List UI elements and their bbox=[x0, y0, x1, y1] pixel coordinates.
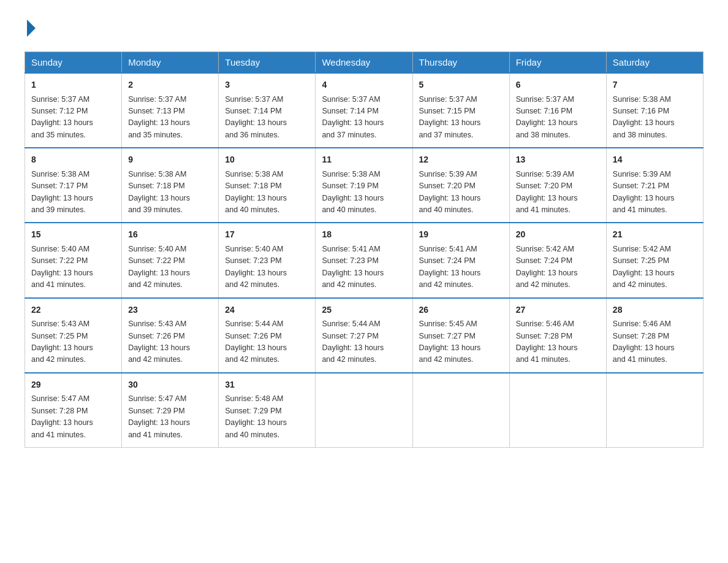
calendar-cell: 26 Sunrise: 5:45 AMSunset: 7:27 PMDaylig… bbox=[412, 298, 509, 373]
calendar-cell: 24 Sunrise: 5:44 AMSunset: 7:26 PMDaylig… bbox=[219, 298, 316, 373]
header-saturday: Saturday bbox=[606, 52, 703, 74]
calendar-cell bbox=[412, 373, 509, 448]
calendar-cell: 15 Sunrise: 5:40 AMSunset: 7:22 PMDaylig… bbox=[25, 223, 122, 297]
week-row-1: 1 Sunrise: 5:37 AMSunset: 7:12 PMDayligh… bbox=[25, 73, 703, 148]
calendar-cell: 17 Sunrise: 5:40 AMSunset: 7:23 PMDaylig… bbox=[219, 223, 316, 297]
day-number: 1 bbox=[31, 79, 115, 92]
day-info: Sunrise: 5:39 AMSunset: 7:20 PMDaylight:… bbox=[419, 170, 481, 214]
day-number: 24 bbox=[225, 304, 309, 317]
day-number: 8 bbox=[31, 153, 115, 167]
calendar-cell: 5 Sunrise: 5:37 AMSunset: 7:15 PMDayligh… bbox=[412, 73, 509, 148]
day-info: Sunrise: 5:37 AMSunset: 7:14 PMDaylight:… bbox=[225, 95, 287, 139]
calendar-cell: 4 Sunrise: 5:37 AMSunset: 7:14 PMDayligh… bbox=[316, 73, 412, 148]
day-number: 26 bbox=[419, 304, 503, 317]
day-info: Sunrise: 5:40 AMSunset: 7:22 PMDaylight:… bbox=[128, 245, 190, 289]
day-number: 21 bbox=[613, 228, 697, 242]
week-row-5: 29 Sunrise: 5:47 AMSunset: 7:28 PMDaylig… bbox=[25, 373, 703, 448]
calendar-table: SundayMondayTuesdayWednesdayThursdayFrid… bbox=[25, 52, 703, 448]
day-info: Sunrise: 5:47 AMSunset: 7:29 PMDaylight:… bbox=[128, 394, 190, 439]
day-info: Sunrise: 5:42 AMSunset: 7:25 PMDaylight:… bbox=[613, 245, 675, 289]
day-number: 29 bbox=[31, 378, 115, 392]
calendar-cell: 23 Sunrise: 5:43 AMSunset: 7:26 PMDaylig… bbox=[122, 298, 219, 373]
calendar-cell: 27 Sunrise: 5:46 AMSunset: 7:28 PMDaylig… bbox=[509, 298, 606, 373]
day-info: Sunrise: 5:48 AMSunset: 7:29 PMDaylight:… bbox=[225, 394, 287, 439]
calendar-cell: 16 Sunrise: 5:40 AMSunset: 7:22 PMDaylig… bbox=[122, 223, 219, 297]
calendar-cell: 12 Sunrise: 5:39 AMSunset: 7:20 PMDaylig… bbox=[412, 148, 509, 223]
day-number: 17 bbox=[225, 228, 309, 242]
day-number: 25 bbox=[322, 304, 406, 317]
day-number: 20 bbox=[516, 228, 600, 242]
calendar-cell: 19 Sunrise: 5:41 AMSunset: 7:24 PMDaylig… bbox=[412, 223, 509, 297]
day-number: 19 bbox=[419, 228, 503, 242]
day-number: 22 bbox=[31, 304, 115, 317]
day-number: 15 bbox=[31, 228, 115, 242]
day-info: Sunrise: 5:37 AMSunset: 7:13 PMDaylight:… bbox=[128, 95, 190, 139]
week-row-2: 8 Sunrise: 5:38 AMSunset: 7:17 PMDayligh… bbox=[25, 148, 703, 223]
day-number: 4 bbox=[322, 79, 406, 92]
day-number: 14 bbox=[613, 153, 697, 167]
calendar-cell: 28 Sunrise: 5:46 AMSunset: 7:28 PMDaylig… bbox=[606, 298, 703, 373]
calendar-cell: 13 Sunrise: 5:39 AMSunset: 7:20 PMDaylig… bbox=[509, 148, 606, 223]
day-info: Sunrise: 5:43 AMSunset: 7:25 PMDaylight:… bbox=[31, 320, 93, 364]
day-info: Sunrise: 5:46 AMSunset: 7:28 PMDaylight:… bbox=[613, 320, 675, 364]
day-info: Sunrise: 5:37 AMSunset: 7:15 PMDaylight:… bbox=[419, 95, 481, 139]
day-info: Sunrise: 5:43 AMSunset: 7:26 PMDaylight:… bbox=[128, 320, 190, 364]
day-info: Sunrise: 5:44 AMSunset: 7:27 PMDaylight:… bbox=[322, 320, 384, 364]
day-info: Sunrise: 5:40 AMSunset: 7:23 PMDaylight:… bbox=[225, 245, 287, 289]
day-info: Sunrise: 5:38 AMSunset: 7:17 PMDaylight:… bbox=[31, 170, 93, 214]
day-info: Sunrise: 5:45 AMSunset: 7:27 PMDaylight:… bbox=[419, 320, 481, 364]
calendar-header-row: SundayMondayTuesdayWednesdayThursdayFrid… bbox=[25, 52, 703, 74]
day-number: 12 bbox=[419, 153, 503, 167]
day-info: Sunrise: 5:37 AMSunset: 7:14 PMDaylight:… bbox=[322, 95, 384, 139]
week-row-4: 22 Sunrise: 5:43 AMSunset: 7:25 PMDaylig… bbox=[25, 298, 703, 373]
day-number: 10 bbox=[225, 153, 309, 167]
calendar-cell: 2 Sunrise: 5:37 AMSunset: 7:13 PMDayligh… bbox=[122, 73, 219, 148]
calendar-cell: 18 Sunrise: 5:41 AMSunset: 7:23 PMDaylig… bbox=[316, 223, 412, 297]
calendar-cell: 22 Sunrise: 5:43 AMSunset: 7:25 PMDaylig… bbox=[25, 298, 122, 373]
day-info: Sunrise: 5:37 AMSunset: 7:16 PMDaylight:… bbox=[516, 95, 578, 139]
calendar-cell bbox=[606, 373, 703, 448]
calendar-cell: 11 Sunrise: 5:38 AMSunset: 7:19 PMDaylig… bbox=[316, 148, 412, 223]
calendar-cell: 29 Sunrise: 5:47 AMSunset: 7:28 PMDaylig… bbox=[25, 373, 122, 448]
day-info: Sunrise: 5:37 AMSunset: 7:12 PMDaylight:… bbox=[31, 95, 93, 139]
day-info: Sunrise: 5:39 AMSunset: 7:20 PMDaylight:… bbox=[516, 170, 578, 214]
day-info: Sunrise: 5:42 AMSunset: 7:24 PMDaylight:… bbox=[516, 245, 578, 289]
calendar-cell: 10 Sunrise: 5:38 AMSunset: 7:18 PMDaylig… bbox=[219, 148, 316, 223]
calendar-cell: 25 Sunrise: 5:44 AMSunset: 7:27 PMDaylig… bbox=[316, 298, 412, 373]
header-friday: Friday bbox=[509, 52, 606, 74]
calendar-cell: 3 Sunrise: 5:37 AMSunset: 7:14 PMDayligh… bbox=[219, 73, 316, 148]
header-wednesday: Wednesday bbox=[316, 52, 412, 74]
day-info: Sunrise: 5:41 AMSunset: 7:23 PMDaylight:… bbox=[322, 245, 384, 289]
day-info: Sunrise: 5:44 AMSunset: 7:26 PMDaylight:… bbox=[225, 320, 287, 364]
calendar-cell: 9 Sunrise: 5:38 AMSunset: 7:18 PMDayligh… bbox=[122, 148, 219, 223]
calendar-cell: 6 Sunrise: 5:37 AMSunset: 7:16 PMDayligh… bbox=[509, 73, 606, 148]
calendar-cell: 30 Sunrise: 5:47 AMSunset: 7:29 PMDaylig… bbox=[122, 373, 219, 448]
day-number: 7 bbox=[613, 79, 697, 92]
day-number: 9 bbox=[128, 153, 212, 167]
day-info: Sunrise: 5:38 AMSunset: 7:19 PMDaylight:… bbox=[322, 170, 384, 214]
day-number: 31 bbox=[225, 378, 309, 392]
day-info: Sunrise: 5:38 AMSunset: 7:18 PMDaylight:… bbox=[128, 170, 190, 214]
day-info: Sunrise: 5:40 AMSunset: 7:22 PMDaylight:… bbox=[31, 245, 93, 289]
week-row-3: 15 Sunrise: 5:40 AMSunset: 7:22 PMDaylig… bbox=[25, 223, 703, 297]
day-number: 16 bbox=[128, 228, 212, 242]
day-number: 18 bbox=[322, 228, 406, 242]
calendar-cell: 8 Sunrise: 5:38 AMSunset: 7:17 PMDayligh… bbox=[25, 148, 122, 223]
header-monday: Monday bbox=[122, 52, 219, 74]
day-number: 13 bbox=[516, 153, 600, 167]
day-number: 28 bbox=[613, 304, 697, 317]
day-info: Sunrise: 5:46 AMSunset: 7:28 PMDaylight:… bbox=[516, 320, 578, 364]
page-header bbox=[25, 18, 703, 37]
header-sunday: Sunday bbox=[25, 52, 122, 74]
calendar-cell: 1 Sunrise: 5:37 AMSunset: 7:12 PMDayligh… bbox=[25, 73, 122, 148]
header-thursday: Thursday bbox=[412, 52, 509, 74]
calendar-cell: 7 Sunrise: 5:38 AMSunset: 7:16 PMDayligh… bbox=[606, 73, 703, 148]
logo bbox=[25, 18, 36, 37]
day-number: 11 bbox=[322, 153, 406, 167]
day-info: Sunrise: 5:41 AMSunset: 7:24 PMDaylight:… bbox=[419, 245, 481, 289]
calendar-cell: 21 Sunrise: 5:42 AMSunset: 7:25 PMDaylig… bbox=[606, 223, 703, 297]
day-info: Sunrise: 5:47 AMSunset: 7:28 PMDaylight:… bbox=[31, 394, 93, 439]
calendar-cell: 14 Sunrise: 5:39 AMSunset: 7:21 PMDaylig… bbox=[606, 148, 703, 223]
day-number: 27 bbox=[516, 304, 600, 317]
day-info: Sunrise: 5:39 AMSunset: 7:21 PMDaylight:… bbox=[613, 170, 675, 214]
